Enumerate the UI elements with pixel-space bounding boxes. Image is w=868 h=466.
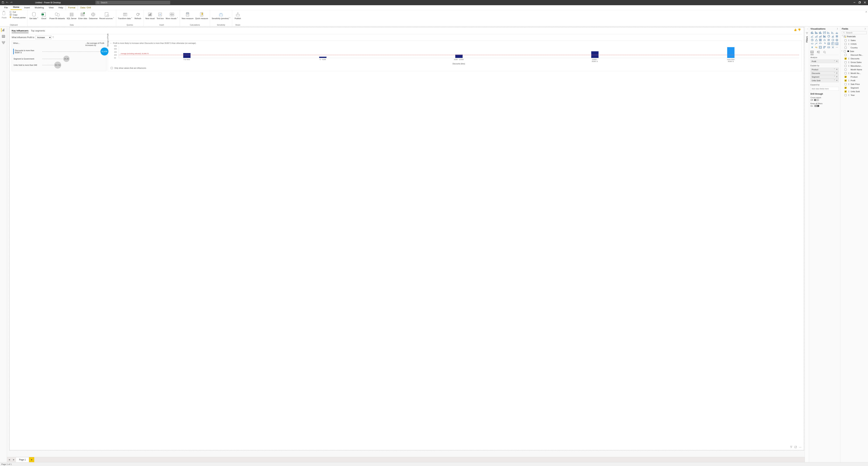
cut-button[interactable]: Cut: [9, 11, 26, 13]
field-checkbox[interactable]: [844, 65, 847, 67]
chart-bar[interactable]: [727, 47, 735, 58]
influencer-bubble[interactable]: 51.47K: [100, 48, 108, 56]
filters-expand-icon[interactable]: 〈: [806, 28, 808, 30]
vis-type-clustered-bar[interactable]: [815, 31, 818, 34]
vis-type-scatter[interactable]: [835, 35, 839, 38]
vis-type-100-stacked-bar[interactable]: [818, 31, 822, 34]
format-well-tab[interactable]: [817, 51, 820, 54]
influencer-bubble[interactable]: 24.2K: [63, 56, 69, 62]
vis-type-card[interactable]: [810, 42, 814, 45]
copy-button[interactable]: Copy: [9, 13, 26, 16]
vis-type-stacked-area[interactable]: [815, 35, 818, 38]
well-dropdown-icon[interactable]: ˅: [834, 72, 835, 74]
data-view-button[interactable]: [1, 34, 6, 38]
explain-by-well[interactable]: Segment˅✕: [810, 75, 839, 79]
publish-button[interactable]: Publish: [234, 11, 242, 20]
influencer-row[interactable]: Segment is Government24.2K: [13, 57, 104, 61]
tab-home[interactable]: Home: [10, 5, 22, 10]
fields-pane-collapse-icon[interactable]: 〉: [865, 28, 867, 30]
field-date[interactable]: ˅Date: [844, 50, 867, 53]
vis-type-line[interactable]: [823, 31, 826, 34]
sensitivity-button[interactable]: Sensitivity (preview) ˅: [212, 11, 230, 20]
field-sale-price[interactable]: ΣSale Price: [844, 83, 867, 86]
vis-type-paginated-report[interactable]: [827, 46, 831, 49]
field-checkbox[interactable]: [844, 80, 847, 82]
field-checkbox[interactable]: [844, 54, 847, 56]
field-gross-sales[interactable]: ΣGross Sales: [844, 61, 867, 64]
visual-more-icon[interactable]: ⋯: [799, 446, 801, 449]
vis-pane-collapse-icon[interactable]: 〉: [837, 28, 839, 30]
ki-back-icon[interactable]: ←: [110, 42, 112, 44]
vis-type-multi-row-card[interactable]: [815, 42, 818, 45]
text-box-button[interactable]: AText box: [156, 11, 164, 20]
vis-type-python-visual[interactable]: R: [810, 46, 814, 49]
format-painter-button[interactable]: Format painter: [9, 16, 26, 19]
transform-data-button[interactable]: Transform data ˅: [118, 11, 132, 20]
redo-icon[interactable]: [10, 1, 12, 4]
field-checkbox[interactable]: [844, 90, 847, 92]
vis-type-slicer[interactable]: [823, 42, 826, 45]
window-minimize-icon[interactable]: [854, 1, 856, 4]
fields-search[interactable]: Search: [842, 31, 867, 34]
field-checkbox[interactable]: [844, 47, 847, 49]
filters-icon[interactable]: [806, 32, 808, 34]
chevron-down-icon[interactable]: ˅: [841, 51, 842, 52]
field-manufactur-[interactable]: ΣManufactur...: [844, 64, 867, 67]
well-dropdown-icon[interactable]: ˅: [834, 79, 835, 82]
vis-type-100-stacked-column[interactable]: [835, 31, 839, 34]
visual-filter-icon[interactable]: [790, 446, 793, 449]
ki-direction-dropdown[interactable]: Increase: [35, 36, 52, 39]
field-checkbox[interactable]: [844, 83, 847, 85]
pbi-datasets-button[interactable]: Power BI datasets: [50, 11, 65, 20]
fields-table-financials[interactable]: ˅ financials: [842, 35, 867, 38]
page-next-button[interactable]: ▶: [11, 457, 16, 462]
explain-by-well[interactable]: Discounts˅✕: [810, 71, 839, 75]
field-year[interactable]: ΣYear: [844, 94, 867, 97]
keep-filters-toggle[interactable]: [814, 105, 819, 107]
field-checkbox[interactable]: [844, 61, 847, 63]
well-remove-icon[interactable]: ✕: [836, 76, 838, 78]
vis-type-ribbon[interactable]: [827, 35, 831, 38]
window-close-icon[interactable]: [864, 1, 866, 4]
field-checkbox[interactable]: [844, 43, 847, 45]
vis-type-gauge[interactable]: [835, 38, 839, 41]
explain-by-well[interactable]: Units Sold˅✕: [810, 79, 839, 82]
key-influencers-visual[interactable]: 👍 👎 Key influencers Top segments What in…: [9, 27, 804, 450]
new-visual-button[interactable]: New visual: [145, 11, 155, 20]
undo-icon[interactable]: [6, 1, 8, 4]
ki-tab-key-influencers[interactable]: Key influencers: [12, 29, 29, 33]
field-cogs[interactable]: ΣCOGS: [844, 42, 867, 46]
analytics-well-tab[interactable]: [823, 51, 826, 54]
visual-thumbs-down-icon[interactable]: 👎: [798, 28, 801, 31]
vis-type-clustered-column[interactable]: [827, 31, 831, 34]
vis-type-pie[interactable]: [810, 38, 814, 41]
get-data-button[interactable]: Get data ˅: [29, 11, 38, 20]
vis-type-stacked-bar[interactable]: [810, 31, 814, 34]
refresh-button[interactable]: Refresh: [134, 11, 142, 20]
page-prev-button[interactable]: ◀: [7, 457, 11, 462]
vis-type-treemap[interactable]: [818, 38, 822, 41]
chart-bar[interactable]: [183, 53, 190, 58]
field-profit[interactable]: ΣProfit: [844, 79, 867, 82]
cross-report-toggle[interactable]: [814, 99, 819, 101]
vis-type-kpi[interactable]: [818, 42, 822, 45]
influencer-row[interactable]: Discounts is more than 55387.551.47K: [13, 49, 104, 54]
report-view-button[interactable]: [1, 28, 5, 32]
vis-type-stacked-column[interactable]: [831, 31, 835, 34]
dataverse-button[interactable]: Dataverse: [89, 11, 97, 20]
visual-thumbs-up-icon[interactable]: 👍: [794, 28, 797, 31]
vis-type-powerapps[interactable]: ⋯: [835, 46, 839, 49]
ki-question-help-icon[interactable]: ?: [53, 36, 54, 39]
vis-type-waterfall[interactable]: [831, 35, 835, 38]
field-sales[interactable]: ΣSales: [844, 39, 867, 42]
fields-well-tab[interactable]: [810, 51, 814, 55]
field-checkbox[interactable]: [844, 87, 847, 89]
field-checkbox[interactable]: [844, 50, 846, 52]
tab-modeling[interactable]: Modeling: [32, 6, 46, 10]
tab-view[interactable]: View: [46, 6, 56, 10]
paste-button[interactable]: Paste: [2, 11, 8, 19]
vis-type-key-influencers[interactable]: Py: [815, 46, 818, 49]
vis-type-matrix[interactable]: [831, 42, 835, 45]
field-discount-ba-[interactable]: Discount Ba...: [844, 53, 867, 57]
fields-pane-header[interactable]: Fields〉: [842, 28, 867, 30]
